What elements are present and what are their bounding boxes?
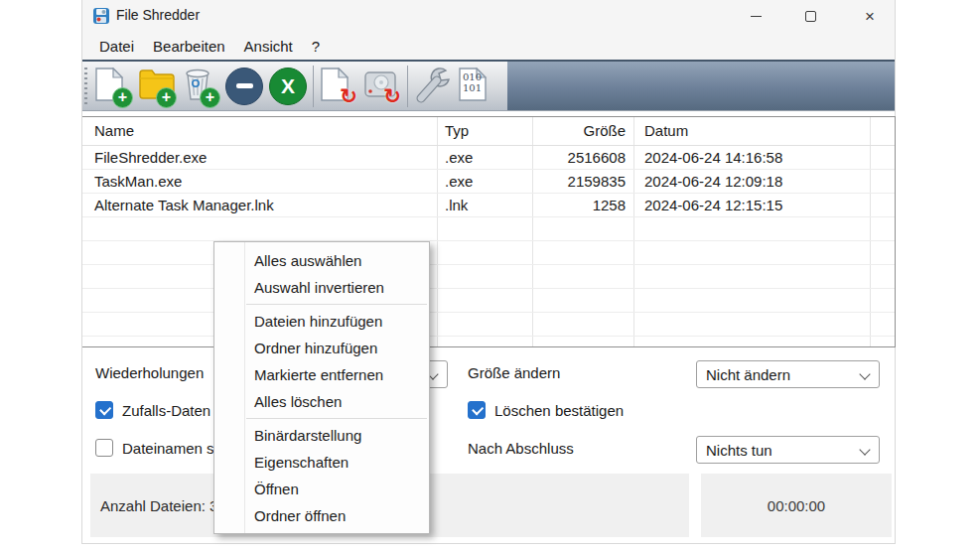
timer-panel: 00:00:00 — [701, 474, 892, 537]
x-circle-icon: X — [269, 68, 307, 105]
close-icon: × — [865, 8, 875, 25]
menu-item-remove-marked[interactable]: Markierte entfernen — [214, 361, 429, 388]
titlebar: File Shredder × — [82, 0, 895, 32]
resize-combobox[interactable]: Nicht ändern — [696, 360, 880, 388]
chevron-down-icon — [859, 368, 870, 379]
minimize-button[interactable] — [739, 2, 772, 30]
menu-item-open-folder[interactable]: Ordner öffnen — [214, 502, 429, 529]
add-files-button[interactable]: + — [91, 63, 135, 110]
menu-datei[interactable]: Datei — [99, 38, 134, 55]
options-row-3: Dateinamen s Nach Abschluss Nichts tun — [82, 436, 895, 464]
toolbar-grip[interactable] — [84, 68, 87, 105]
menu-item-delete-all[interactable]: Alles löschen — [214, 388, 429, 415]
window-title: File Shredder — [116, 7, 200, 23]
add-recycle-bin-button[interactable]: + — [179, 63, 222, 110]
random-data-checkbox[interactable] — [95, 401, 113, 419]
options-panel: Wiederholungen Größe ändern Nicht ändern… — [82, 347, 895, 474]
options-row-2: Zufalls-Daten Löschen bestätigen — [82, 398, 895, 426]
menu-ansicht[interactable]: Ansicht — [244, 38, 293, 55]
timer-text: 00:00:00 — [701, 474, 892, 537]
plus-icon: + — [200, 87, 220, 108]
toolbar-separator — [313, 66, 314, 107]
shred-files-button[interactable]: ↻ — [317, 63, 360, 110]
menu-item-add-files[interactable]: Dateien hinzufügen — [214, 308, 429, 335]
maximize-icon — [805, 11, 816, 22]
table-header: Name Typ Größe Datum — [82, 117, 895, 146]
close-button[interactable]: × — [853, 2, 887, 30]
shred-free-space-button[interactable]: ↻ — [360, 63, 404, 110]
plus-icon: + — [112, 87, 133, 108]
menubar: Datei Bearbeiten Ansicht ? — [82, 32, 895, 60]
menu-item-select-all[interactable]: Alles auswählen — [214, 247, 429, 274]
table-row[interactable]: Alternate Task Manager.lnk .lnk 1258 202… — [82, 194, 895, 217]
table-row[interactable]: TaskMan.exe .exe 2159835 2024-06-24 12:0… — [82, 170, 895, 194]
table-row-empty[interactable] — [82, 217, 895, 241]
menu-item-add-folder[interactable]: Ordner hinzufügen — [214, 335, 429, 361]
resize-label: Größe ändern — [468, 364, 560, 381]
maximize-button[interactable] — [793, 2, 827, 30]
app-window: File Shredder × Datei Bearbeiten Ansicht… — [81, 0, 896, 544]
file-list: Name Typ Größe Datum FileShredder.exe .e… — [82, 116, 896, 347]
toolbar-separator — [407, 66, 408, 107]
repeats-label: Wiederholungen — [95, 364, 204, 381]
settings-button[interactable] — [411, 63, 455, 110]
chevron-down-icon — [859, 444, 870, 455]
add-folder-button[interactable]: + — [135, 63, 179, 110]
filenames-checkbox[interactable] — [95, 439, 113, 457]
toolbar: + + — [82, 60, 895, 111]
remove-selected-button[interactable] — [222, 63, 266, 110]
header-groesse[interactable]: Größe — [524, 122, 626, 139]
header-typ[interactable]: Typ — [445, 122, 469, 139]
menu-separator — [246, 304, 427, 305]
screenshot-canvas: File Shredder × Datei Bearbeiten Ansicht… — [0, 0, 980, 551]
menu-item-properties[interactable]: Eigenschaften — [214, 449, 429, 476]
menu-item-invert-selection[interactable]: Auswahl invertieren — [214, 274, 429, 301]
binary-text: 010 101 — [463, 71, 482, 93]
menu-item-open[interactable]: Öffnen — [214, 476, 429, 502]
table-header-underline — [82, 117, 895, 146]
app-icon — [92, 7, 110, 25]
random-data-label: Zufalls-Daten — [122, 402, 210, 419]
confirm-delete-checkbox[interactable] — [468, 401, 486, 419]
menu-separator — [246, 418, 427, 419]
minimize-icon — [751, 16, 762, 17]
binary-view-button[interactable]: 010 101 — [455, 63, 498, 110]
confirm-delete-label: Löschen bestätigen — [494, 402, 624, 419]
wrench-icon — [413, 67, 453, 106]
file-count-text: Anzahl Dateien: 3 — [100, 497, 217, 514]
table-row-empty[interactable] — [82, 289, 895, 313]
table-row-empty[interactable] — [82, 241, 895, 265]
table-row-empty[interactable] — [82, 313, 895, 337]
menu-bearbeiten[interactable]: Bearbeiten — [153, 38, 225, 55]
table-row[interactable]: FileShredder.exe .exe 2516608 2024-06-24… — [82, 146, 895, 170]
toolbar-button-strip: + + — [82, 62, 507, 110]
shred-refresh-icon: ↻ — [338, 85, 359, 107]
context-menu: Alles auswählen Auswahl invertieren Date… — [213, 241, 430, 534]
menu-item-binary-view[interactable]: Binärdarstellung — [214, 422, 429, 449]
header-datum[interactable]: Datum — [644, 122, 688, 139]
clear-list-button[interactable]: X — [266, 63, 310, 110]
options-row-1: Wiederholungen Größe ändern Nicht ändern — [82, 360, 895, 388]
minus-circle-icon — [225, 68, 263, 105]
filenames-label: Dateinamen s — [122, 440, 214, 457]
after-combobox[interactable]: Nichts tun — [696, 436, 880, 464]
table-row-empty[interactable] — [82, 265, 895, 289]
shred-refresh-icon: ↻ — [381, 85, 403, 107]
after-label: Nach Abschluss — [468, 440, 574, 457]
header-name[interactable]: Name — [94, 122, 134, 139]
plus-icon: + — [156, 87, 177, 108]
menu-hilfe[interactable]: ? — [312, 38, 320, 55]
